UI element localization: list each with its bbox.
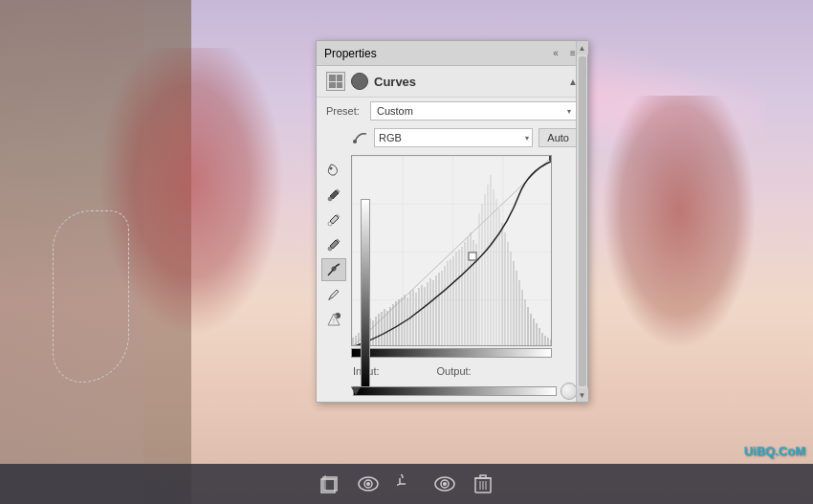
curves-graph-wrapper — [351, 155, 587, 358]
properties-panel: Properties « ≡ Curves ▲ Preset: Custom ▾ — [316, 40, 588, 403]
svg-rect-85 — [352, 345, 356, 346]
channel-curves-icon — [353, 130, 368, 145]
svg-rect-26 — [386, 311, 388, 346]
svg-rect-31 — [401, 297, 403, 346]
svg-rect-39 — [424, 287, 426, 346]
svg-rect-62 — [490, 175, 492, 346]
svg-rect-44 — [438, 273, 440, 346]
new-layer-button[interactable] — [319, 472, 341, 495]
svg-rect-49 — [452, 256, 454, 346]
svg-rect-42 — [432, 280, 434, 346]
svg-rect-86 — [549, 156, 552, 161]
panel-title: Properties — [324, 47, 377, 60]
scroll-down-button[interactable]: ▼ — [577, 388, 588, 402]
svg-point-6 — [328, 247, 332, 251]
svg-rect-84 — [469, 252, 476, 260]
preset-value: Custom — [377, 105, 413, 117]
horizontal-gradient-bar — [351, 348, 552, 358]
panel-title-left: Properties — [324, 47, 377, 60]
svg-rect-69 — [510, 252, 512, 346]
svg-rect-38 — [421, 285, 423, 346]
svg-rect-45 — [441, 271, 443, 346]
svg-rect-37 — [418, 288, 420, 346]
io-row: Input: Output: — [317, 362, 587, 381]
curves-main: ! — [317, 151, 587, 362]
curves-layer-icon — [351, 73, 368, 90]
svg-rect-77 — [533, 318, 535, 346]
svg-rect-14 — [352, 338, 354, 346]
channel-row: RGB Red Green Blue ▾ Auto — [317, 124, 587, 151]
vertical-gradient-bar — [361, 199, 370, 390]
scroll-thumb[interactable] — [579, 56, 586, 386]
svg-rect-73 — [521, 290, 523, 346]
adjust-icon[interactable] — [326, 72, 345, 91]
svg-rect-53 — [464, 242, 466, 346]
collapse-panel-button[interactable]: « — [549, 47, 562, 60]
curves-header: Curves ▲ — [317, 66, 587, 98]
preset-label: Preset: — [326, 105, 364, 117]
svg-rect-51 — [458, 250, 460, 346]
delete-button[interactable] — [472, 472, 494, 495]
svg-point-96 — [443, 482, 447, 486]
svg-rect-30 — [398, 299, 400, 346]
curves-svg — [352, 156, 552, 346]
svg-rect-43 — [435, 275, 437, 346]
svg-rect-36 — [415, 293, 417, 346]
output-label: Output: — [437, 365, 472, 377]
eyedropper-dark-button[interactable] — [321, 184, 346, 207]
visibility-toggle-button[interactable] — [357, 472, 380, 495]
svg-rect-61 — [487, 185, 489, 346]
svg-rect-55 — [470, 232, 472, 346]
svg-rect-50 — [455, 252, 457, 346]
svg-rect-41 — [429, 278, 431, 346]
svg-point-93 — [366, 482, 370, 486]
svg-rect-82 — [547, 338, 549, 346]
svg-rect-21 — [372, 320, 374, 346]
svg-rect-33 — [406, 297, 408, 346]
svg-rect-81 — [544, 336, 546, 346]
select-tool-button[interactable] — [321, 159, 346, 182]
eyedropper-white-button[interactable] — [321, 208, 346, 231]
auto-button[interactable]: Auto — [538, 128, 578, 147]
scroll-up-button[interactable]: ▲ — [577, 41, 588, 55]
pencil-tool-button[interactable] — [321, 283, 346, 306]
history-button[interactable] — [395, 472, 418, 495]
svg-rect-15 — [355, 336, 357, 346]
svg-rect-25 — [384, 309, 385, 346]
svg-rect-74 — [524, 299, 526, 346]
svg-rect-78 — [536, 323, 538, 346]
channel-select-wrapper: RGB Red Green Blue ▾ — [374, 128, 533, 147]
taskbar — [0, 464, 813, 504]
curves-graph[interactable] — [351, 155, 552, 346]
svg-rect-24 — [381, 312, 383, 346]
svg-rect-80 — [541, 333, 543, 346]
curves-toolbar: ! — [317, 155, 351, 358]
svg-point-2 — [328, 197, 332, 201]
svg-rect-52 — [461, 247, 463, 346]
svg-rect-46 — [444, 266, 446, 346]
svg-rect-35 — [412, 290, 414, 346]
watermark: UiBQ.CoM — [744, 444, 805, 458]
svg-rect-29 — [395, 301, 397, 346]
curve-adjust-button[interactable] — [321, 258, 346, 281]
eye-button[interactable] — [433, 472, 456, 495]
svg-point-1 — [330, 167, 333, 170]
curves-title: Curves — [374, 75, 416, 89]
svg-rect-83 — [550, 340, 552, 346]
svg-rect-59 — [481, 204, 483, 346]
shadow-slider[interactable] — [353, 384, 557, 398]
channel-select[interactable]: RGB Red Green Blue — [374, 128, 533, 147]
svg-rect-65 — [498, 208, 500, 346]
svg-rect-27 — [389, 307, 391, 346]
svg-rect-60 — [484, 194, 486, 346]
svg-rect-72 — [518, 280, 520, 346]
svg-rect-70 — [513, 261, 515, 346]
clipping-warning-button[interactable]: ! — [321, 308, 346, 331]
svg-point-0 — [353, 140, 357, 143]
svg-rect-47 — [447, 261, 449, 346]
preset-row: Preset: Custom ▾ — [317, 98, 587, 124]
eyedropper-mid-button[interactable] — [321, 233, 346, 256]
preset-dropdown[interactable]: Custom ▾ — [370, 101, 578, 121]
preset-dropdown-arrow: ▾ — [567, 107, 571, 116]
svg-rect-68 — [507, 242, 509, 346]
